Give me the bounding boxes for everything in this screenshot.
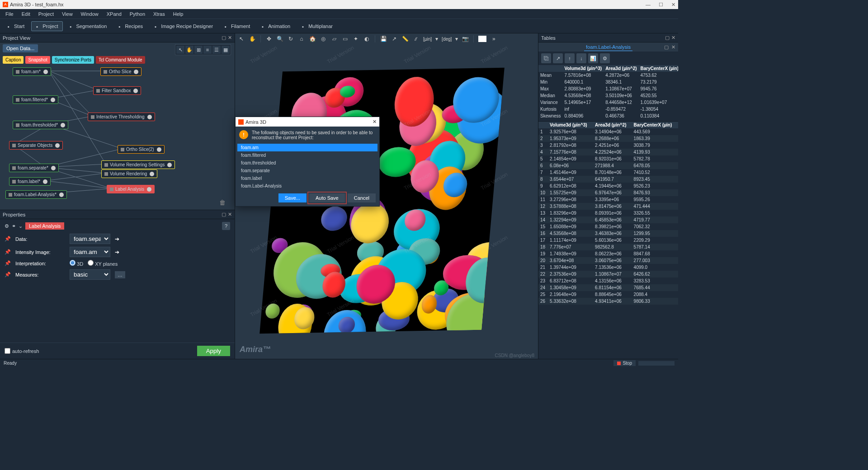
menu-xtras[interactable]: Xtras <box>150 10 169 18</box>
node-vrs[interactable]: Volume Rendering Settings <box>101 160 175 169</box>
menu-xpand[interactable]: XPand <box>103 10 125 18</box>
node-flanalysis[interactable]: foam.Label-Analysis* <box>5 190 67 199</box>
tab-detach-icon[interactable]: ▢ <box>664 44 669 50</box>
close-icon[interactable]: ✕ <box>228 35 232 41</box>
close-icon[interactable]: ✕ <box>228 212 232 217</box>
save-icon[interactable]: 💾 <box>380 36 387 42</box>
goto-icon[interactable]: ➔ <box>115 249 119 255</box>
up-icon[interactable]: ↑ <box>565 53 575 63</box>
dialog-item[interactable]: foam.Label-Analysis <box>237 182 377 190</box>
tab-multiplanar[interactable]: ▪Multiplanar <box>297 21 338 31</box>
close-icon[interactable]: ✕ <box>671 35 675 41</box>
table-row[interactable]: 113.27296e+083.3395e+069595.26 <box>538 196 678 203</box>
node-filtered[interactable]: foam.filtered* <box>13 95 58 104</box>
settings-icon[interactable]: ⚙ <box>600 53 610 63</box>
node-filterSb[interactable]: Filter Sandbox <box>93 86 141 95</box>
node-ortho2[interactable]: Ortho Slice(2) <box>118 145 165 154</box>
unit-angle[interactable]: [deg] <box>442 37 452 42</box>
table-row[interactable]: 13.92576e+083.14904e+06443.569 <box>538 128 678 135</box>
help-button[interactable]: ? <box>222 222 230 230</box>
apply-button[interactable]: Apply <box>197 346 230 356</box>
table-row[interactable]: 21.95373e+098.2688e+061863.39 <box>538 135 678 142</box>
caliper-icon[interactable]: ⫽ <box>412 36 420 42</box>
node-foam[interactable]: foam.am* <box>13 67 51 76</box>
table-row[interactable]: 123.57888e+083.81475e+06471.444 <box>538 203 678 210</box>
dialog-item[interactable]: foam.separate <box>237 167 377 174</box>
node-ortho[interactable]: Ortho Slice <box>100 67 142 76</box>
table-row[interactable]: 187.776e+07982562.85787.14 <box>538 244 678 250</box>
chart-icon[interactable]: 📊 <box>588 53 598 63</box>
table-row[interactable]: 131.83296e+098.09391e+063326.55 <box>538 210 678 216</box>
tag-snapshot[interactable]: Snapshot <box>25 56 50 64</box>
persp-icon[interactable]: ▱ <box>330 36 338 42</box>
more-icon[interactable]: » <box>490 36 497 42</box>
rotate-icon[interactable]: ↻ <box>287 36 294 42</box>
list-icon[interactable]: ☰ <box>212 46 221 54</box>
tab-filament[interactable]: ▪Filament <box>220 21 255 31</box>
table-row[interactable]: 241.30458e+096.81154e+067685.44 <box>538 284 678 291</box>
table-row[interactable]: 191.74938e+098.06223e+068847.68 <box>538 250 678 257</box>
menu-python[interactable]: Python <box>126 10 149 18</box>
fit-icon[interactable]: ⌂ <box>298 36 305 42</box>
tab-segmentation[interactable]: ▪Segmentation <box>65 21 112 31</box>
menu-help[interactable]: Help <box>170 10 187 18</box>
hand-icon[interactable]: ✋ <box>249 36 256 42</box>
menu-project[interactable]: Project <box>35 10 57 18</box>
down-icon[interactable]: ↓ <box>576 53 586 63</box>
table-row[interactable]: 32.81792e+082.4251e+063038.79 <box>538 142 678 149</box>
goto-icon[interactable]: ➔ <box>115 236 119 242</box>
minimize-button[interactable]: — <box>646 2 651 8</box>
home-icon[interactable]: 🏠 <box>309 36 316 42</box>
unit-length[interactable]: [µin] <box>423 37 432 42</box>
hand-icon[interactable]: ✋ <box>185 46 193 54</box>
chevron-icon[interactable]: ⌄ <box>19 223 23 229</box>
camera-icon[interactable]: 📷 <box>462 36 469 42</box>
save-button[interactable]: Save... <box>278 193 307 202</box>
tab-project[interactable]: ▪Project <box>31 21 63 31</box>
maximize-button[interactable]: ☐ <box>659 2 663 8</box>
node-sep[interactable]: Separate Objects <box>9 141 63 150</box>
tab-image-recipe-designer[interactable]: ▪Image Recipe Designer <box>150 21 218 31</box>
pin-icon[interactable]: 📌 <box>5 272 11 277</box>
menu-window[interactable]: Window <box>77 10 102 18</box>
detach-icon[interactable]: ▢ <box>665 35 670 41</box>
table-row[interactable]: 171.11174e+095.60136e+062209.29 <box>538 237 678 244</box>
dialog-item[interactable]: foam.am <box>237 144 377 151</box>
data-table[interactable]: Volume3d (µin^3)Area3d (µin^2)BaryCenter… <box>538 122 678 305</box>
dialog-list[interactable]: foam.amfoam.filteredfoam.thresholdedfoam… <box>237 144 377 190</box>
copy-icon[interactable]: ⿻ <box>541 53 551 63</box>
table-row[interactable]: 96.62912e+084.19445e+069526.23 <box>538 183 678 189</box>
grid-icon[interactable]: ⊞ <box>194 46 203 54</box>
interp-3d[interactable]: 3D <box>70 260 83 267</box>
shadow-icon[interactable]: ◐ <box>363 36 370 42</box>
gear-icon[interactable]: ⚙ <box>5 223 9 229</box>
measures-more-button[interactable]: … <box>115 271 125 278</box>
cursor-icon[interactable]: ↖ <box>238 36 245 42</box>
node-label[interactable]: foam.label* <box>9 177 51 186</box>
tag-synchronize-ports[interactable]: Synchronize Ports <box>52 56 94 64</box>
tab-recipes[interactable]: ▪Recipes <box>113 21 148 31</box>
tab-animation[interactable]: ▪Animation <box>257 21 295 31</box>
node-thresh[interactable]: foam.thresholded* <box>13 121 68 129</box>
tag-caption[interactable]: Caption <box>3 56 24 64</box>
table-row[interactable]: 164.53568e+083.46383e+061299.95 <box>538 230 678 237</box>
zoom-icon[interactable]: 🔍 <box>276 36 283 42</box>
pin-icon[interactable]: 📌 <box>5 260 11 266</box>
measures-select[interactable]: basic <box>70 269 110 280</box>
pin-icon[interactable]: 📌 <box>5 236 11 242</box>
trash-icon[interactable]: 🗑 <box>219 199 226 206</box>
table-row[interactable]: 252.19648e+098.88645e+062088.4 <box>538 291 678 298</box>
table-row[interactable]: 141.32294e+096.45853e+064719.77 <box>538 216 678 223</box>
open-data-button[interactable]: Open Data... <box>3 44 38 52</box>
ruler-icon[interactable]: 📏 <box>401 36 409 42</box>
dialog-item[interactable]: foam.thresholded <box>237 159 377 167</box>
ortho-icon[interactable]: ▭ <box>341 36 349 42</box>
table-row[interactable]: 151.65088e+098.39821e+067062.32 <box>538 223 678 230</box>
data-select[interactable]: foam.separate <box>70 234 110 244</box>
close-button[interactable]: ✕ <box>671 2 675 8</box>
tab-start[interactable]: ▪Start <box>3 21 29 31</box>
table-row[interactable]: 101.55725e+096.97647e+068476.93 <box>538 189 678 196</box>
interp-xy[interactable]: XY planes <box>88 260 118 267</box>
table-row[interactable]: 222.37536e+091.10867e+076426.62 <box>538 271 678 277</box>
tag-tcl-command-module[interactable]: Tcl Command Module <box>96 56 145 64</box>
